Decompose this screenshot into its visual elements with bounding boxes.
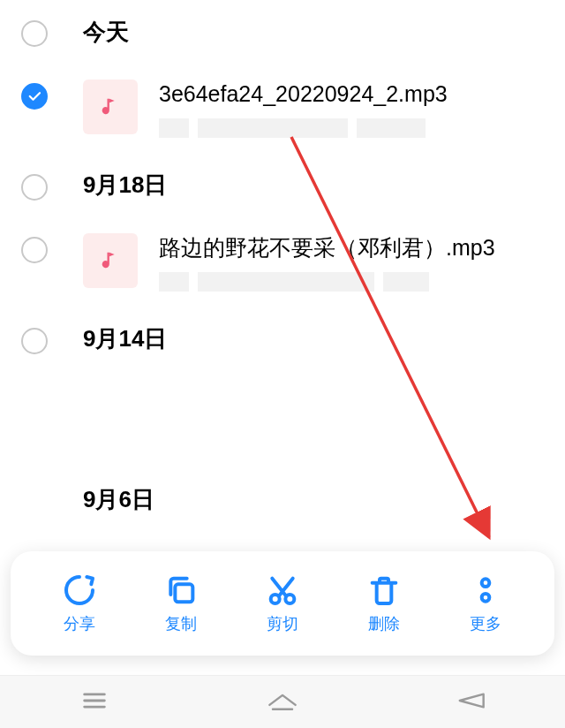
action-label: 复制 <box>165 613 197 634</box>
file-row-partial[interactable] <box>0 371 565 452</box>
section-label: 9月14日 <box>83 323 167 354</box>
share-button[interactable]: 分享 <box>44 573 115 634</box>
svg-rect-1 <box>175 584 192 602</box>
section-label: 9月18日 <box>83 170 167 201</box>
file-info: 路边的野花不要采（邓利君）.mp3 <box>159 233 544 292</box>
back-button[interactable] <box>451 686 490 719</box>
section-label: 今天 <box>83 17 129 48</box>
cut-button[interactable]: 剪切 <box>247 573 318 634</box>
file-meta <box>159 118 544 138</box>
checkbox[interactable] <box>21 20 48 47</box>
check-icon <box>26 88 42 104</box>
svg-point-5 <box>482 594 490 602</box>
section-header-sep6[interactable]: 9月6日 <box>0 452 565 516</box>
action-label: 分享 <box>64 613 95 634</box>
recent-apps-button[interactable] <box>75 686 114 719</box>
more-icon <box>468 573 503 608</box>
checkbox[interactable] <box>21 328 48 354</box>
back-icon <box>451 686 490 716</box>
file-name: 3e64efa24_20220924_2.mp3 <box>159 80 544 110</box>
action-label: 更多 <box>470 613 501 634</box>
checkbox[interactable] <box>21 174 48 201</box>
checkbox-checked[interactable] <box>21 83 48 110</box>
file-meta <box>159 272 544 292</box>
music-file-icon <box>83 80 138 134</box>
section-header-sep14[interactable]: 9月14日 <box>0 307 565 371</box>
section-label: 9月6日 <box>83 484 154 515</box>
more-button[interactable]: 更多 <box>450 573 521 634</box>
checkbox[interactable] <box>21 237 48 263</box>
action-label: 删除 <box>368 613 400 634</box>
section-header-today[interactable]: 今天 <box>0 0 565 64</box>
cut-icon <box>265 573 300 608</box>
menu-icon <box>75 686 114 716</box>
system-nav-bar <box>0 675 565 728</box>
svg-point-4 <box>482 579 490 587</box>
file-row[interactable]: 3e64efa24_20220924_2.mp3 <box>0 64 565 154</box>
copy-icon <box>163 573 199 608</box>
home-button[interactable] <box>263 686 302 719</box>
file-info: 3e64efa24_20220924_2.mp3 <box>159 80 544 138</box>
action-label: 剪切 <box>267 613 298 634</box>
home-icon <box>263 686 302 716</box>
copy-button[interactable]: 复制 <box>146 573 216 634</box>
music-file-icon <box>83 233 138 288</box>
share-icon <box>62 573 97 608</box>
action-bar: 分享 复制 剪切 删除 更多 <box>11 551 554 656</box>
delete-button[interactable]: 删除 <box>349 573 419 634</box>
section-header-sep18[interactable]: 9月18日 <box>0 154 565 217</box>
trash-icon <box>366 573 402 608</box>
file-name: 路边的野花不要采（邓利君）.mp3 <box>159 233 544 263</box>
file-row[interactable]: 路边的野花不要采（邓利君）.mp3 <box>0 217 565 307</box>
